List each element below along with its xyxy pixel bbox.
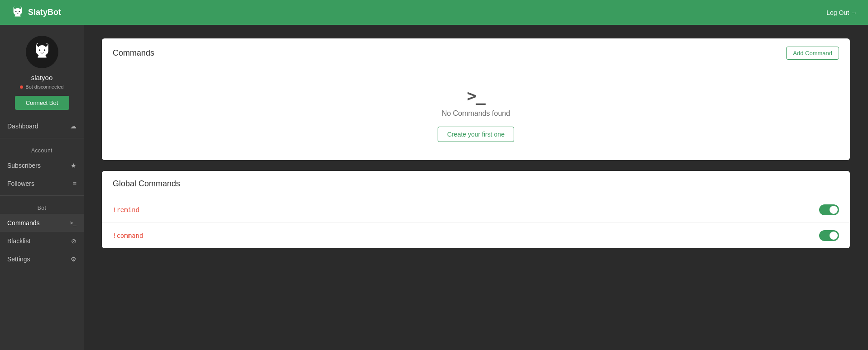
brand-name: SlatyBot: [28, 8, 61, 17]
blacklist-label: Blacklist: [7, 237, 30, 245]
brand: SlatyBot: [11, 6, 61, 19]
sidebar-divider-2: [0, 195, 84, 196]
global-commands-title: Global Commands: [113, 179, 180, 189]
settings-label: Settings: [7, 255, 30, 263]
add-command-button[interactable]: Add Command: [786, 47, 839, 60]
commands-label: Commands: [7, 219, 40, 227]
svg-line-7: [46, 43, 48, 45]
block-icon: ⊘: [71, 237, 76, 245]
svg-line-3: [21, 6, 22, 7]
avatar-cat-icon: [32, 42, 52, 62]
sidebar-item-settings[interactable]: Settings ⚙: [0, 250, 84, 268]
connect-bot-button[interactable]: Connect Bot: [15, 96, 69, 110]
global-commands-card-header: Global Commands: [102, 171, 850, 197]
sidebar: slatyoo Bot disconnected Connect Bot Das…: [0, 25, 84, 350]
commands-card-header: Commands Add Command: [102, 38, 850, 68]
toggle-remind-slider: [819, 204, 839, 215]
svg-point-5: [43, 49, 45, 51]
svg-line-2: [14, 6, 15, 7]
account-section-label: Account: [0, 141, 84, 156]
cat-logo-icon: [11, 6, 24, 19]
logout-button[interactable]: Log Out →: [826, 9, 857, 16]
bot-section-label: Bot: [0, 199, 84, 214]
sidebar-item-subscribers[interactable]: Subscribers ★: [0, 156, 84, 175]
commands-card-body: >_ No Commands found Create your first o…: [102, 68, 850, 160]
toggle-command[interactable]: [819, 230, 839, 241]
create-first-button[interactable]: Create your first one: [438, 127, 514, 142]
main-content: Commands Add Command >_ No Commands foun…: [84, 25, 868, 350]
svg-point-4: [38, 49, 40, 51]
svg-point-0: [15, 11, 16, 12]
global-command-row-command: !command: [102, 223, 850, 248]
followers-label: Followers: [7, 180, 34, 187]
star-icon: ★: [71, 162, 76, 169]
sidebar-divider-1: [0, 138, 84, 138]
avatar: [26, 36, 58, 68]
status-dot: [20, 85, 23, 89]
dashboard-label: Dashboard: [7, 123, 38, 130]
list-icon: ≡: [73, 180, 76, 187]
command-name-command: !command: [113, 232, 143, 239]
username: slatyoo: [31, 74, 53, 81]
global-commands-card: Global Commands !remind !command: [102, 171, 850, 248]
topnav: SlatyBot Log Out →: [0, 0, 868, 25]
sidebar-item-commands[interactable]: Commands >_: [0, 214, 84, 232]
layout: slatyoo Bot disconnected Connect Bot Das…: [0, 25, 868, 350]
terminal-icon: >_: [70, 220, 76, 226]
bot-status-label: Bot disconnected: [25, 84, 63, 90]
commands-card: Commands Add Command >_ No Commands foun…: [102, 38, 850, 160]
sidebar-item-followers[interactable]: Followers ≡: [0, 175, 84, 193]
commands-card-title: Commands: [113, 48, 154, 58]
bot-status: Bot disconnected: [20, 84, 63, 90]
svg-line-6: [36, 43, 38, 45]
toggle-remind[interactable]: [819, 204, 839, 215]
svg-point-1: [19, 11, 20, 12]
subscribers-label: Subscribers: [7, 162, 41, 169]
toggle-command-slider: [819, 230, 839, 241]
global-command-row-remind: !remind: [102, 197, 850, 223]
empty-text: No Commands found: [442, 109, 510, 118]
empty-terminal-icon: >_: [467, 86, 485, 105]
sidebar-item-dashboard[interactable]: Dashboard ☁: [0, 117, 84, 135]
command-name-remind: !remind: [113, 206, 139, 213]
sidebar-profile: slatyoo Bot disconnected Connect Bot: [0, 25, 84, 117]
sidebar-item-blacklist[interactable]: Blacklist ⊘: [0, 232, 84, 250]
gear-icon: ⚙: [71, 255, 76, 263]
cloud-icon: ☁: [70, 123, 76, 130]
global-commands-list: !remind !command: [102, 197, 850, 248]
